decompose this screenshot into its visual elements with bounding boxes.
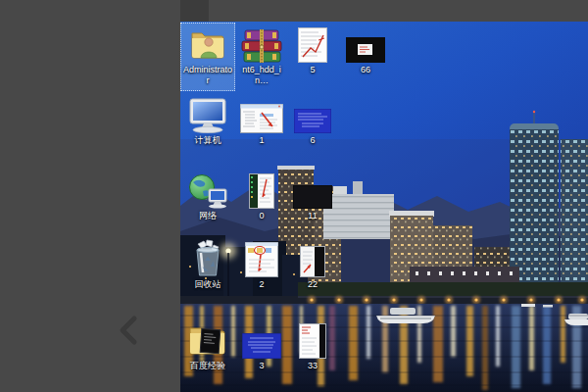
icon-label: 6 [310, 135, 315, 146]
desktop-icon-6[interactable]: 6 [286, 94, 339, 146]
icon-label: Administrator [182, 65, 233, 86]
desktop-icon-0[interactable]: 0 [235, 170, 288, 221]
desktop-icon-11[interactable]: 11 [286, 170, 339, 221]
desktop-icon-network[interactable]: 网络 [181, 170, 234, 221]
icon-label: 22 [308, 279, 318, 290]
icon-label: 11 [308, 211, 317, 221]
desktop-icon-22[interactable]: 22 [286, 238, 339, 290]
icon-label: 2 [259, 279, 264, 290]
desktop-icon-2[interactable]: 2 [235, 238, 288, 290]
desktop-icon-recycle-bin[interactable]: 回收站 [181, 238, 234, 290]
desktop-icon-administrator[interactable]: Administrator [180, 23, 235, 91]
icon-label: 5 [310, 65, 315, 75]
document-chart-icon [298, 24, 327, 63]
desktop-icon-computer[interactable]: 计算机 [181, 94, 234, 146]
rar-archive-icon [241, 24, 282, 63]
icon-label: 计算机 [195, 135, 221, 146]
icon-label: 百度经验 [190, 361, 225, 371]
black-screenshot-icon [293, 170, 332, 209]
portrait-screenshot-icon [299, 319, 326, 359]
icon-label: 3 [259, 361, 264, 371]
window-screenshot-icon [245, 238, 278, 277]
desktop[interactable]: Administrator nt6_hdd_in… [180, 22, 588, 392]
desktop-icon-33[interactable]: 33 [286, 319, 339, 371]
desktop-icon-3[interactable]: 3 [235, 319, 288, 371]
computer-icon [186, 94, 229, 133]
network-globe-icon [187, 170, 228, 209]
window-edge-strip [180, 0, 209, 22]
bluescreen-screenshot-icon [294, 94, 331, 133]
icon-label: 33 [308, 361, 318, 371]
desktop-icon-baidu-jingyan[interactable]: 百度经验 [181, 319, 234, 371]
chevron-left-icon[interactable] [116, 314, 143, 347]
window-screenshot-icon [240, 94, 283, 133]
screen: { "surround": { "color": "#484848", "top… [0, 0, 588, 392]
split-screenshot-icon [300, 238, 325, 277]
icon-label: nt6_hdd_in… [236, 65, 287, 86]
icon-label: 回收站 [195, 279, 221, 290]
black-screenshot-icon [346, 24, 385, 63]
icon-label: 66 [361, 65, 370, 75]
desktop-icon-5[interactable]: 5 [286, 24, 339, 75]
recycle-bin-icon [190, 238, 225, 277]
desktop-icon-nt6-hdd[interactable]: nt6_hdd_in… [235, 24, 288, 86]
bluescreen-screenshot-icon [242, 319, 281, 359]
icon-label: 1 [259, 135, 264, 146]
user-folder-icon [188, 24, 227, 63]
desktop-icon-1[interactable]: 1 [235, 94, 288, 146]
folder-with-screenshot-icon [186, 319, 229, 359]
icon-label: 0 [259, 211, 264, 221]
desktop-icon-66[interactable]: 66 [339, 24, 392, 75]
icon-label: 网络 [199, 211, 217, 221]
tall-screenshot-icon [249, 170, 274, 209]
